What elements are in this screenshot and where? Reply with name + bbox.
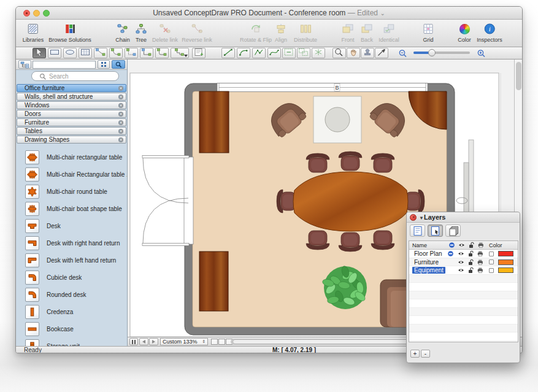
pan-tool-button[interactable] — [347, 48, 360, 58]
inspectors-button[interactable]: iInspectors — [477, 21, 502, 43]
layers-palette-titlebar[interactable]: ▼Layers — [407, 212, 520, 223]
curve-connector-tool-button[interactable] — [109, 48, 123, 58]
layer-row-furniture[interactable]: Furniture — [409, 258, 518, 267]
dropdown-caret-icon[interactable] — [184, 55, 188, 57]
layer-color-checkbox[interactable] — [489, 250, 494, 258]
section-close-icon[interactable] — [118, 103, 123, 108]
text-block-tool-button[interactable] — [192, 48, 206, 58]
bezier-tool-button[interactable] — [267, 48, 281, 58]
library-section-furniture[interactable]: Furniture — [17, 118, 126, 126]
credenza-icon[interactable] — [25, 305, 39, 319]
line-tool-button[interactable] — [221, 48, 235, 58]
shape-item-credenza[interactable]: Credenza — [16, 304, 128, 321]
table-shape-tool-button[interactable] — [79, 48, 92, 58]
zoom-in-button[interactable] — [475, 48, 488, 58]
library-section-drawing-shapes[interactable]: Drawing Shapes — [17, 136, 126, 144]
layer-eye-icon[interactable] — [458, 258, 464, 266]
layer-color-checkbox[interactable] — [489, 266, 494, 274]
layer-name[interactable]: Equipment — [412, 267, 445, 274]
browse-solutions-button[interactable]: Browse Solutions — [48, 21, 91, 43]
shape-item-multi-chair-boat-shape-table[interactable]: Multi-chair boat shape table — [16, 201, 128, 218]
rectangle-tool-button[interactable] — [48, 48, 61, 58]
layer-pages-tab[interactable] — [445, 225, 461, 237]
tree-button[interactable]: Tree — [133, 21, 149, 43]
color-column-header[interactable]: Color — [489, 241, 502, 249]
layer-color-swatch[interactable] — [498, 266, 513, 274]
wall-credenza-bottom[interactable] — [199, 252, 228, 311]
title-caret-icon[interactable]: ⌄ — [380, 10, 385, 17]
section-close-icon[interactable] — [118, 86, 123, 91]
window-band[interactable]: B — [217, 83, 428, 92]
shape-item-multi-chair-rectangular-table-2[interactable]: Multi-chair Rectangular table ... — [16, 166, 128, 183]
right-angle-connector-tool-button[interactable] — [140, 48, 153, 58]
title-bar[interactable]: Unsaved ConceptDraw PRO Document - Confe… — [16, 7, 522, 20]
ellipse-tool-button[interactable] — [63, 48, 77, 58]
pages-split-button[interactable] — [129, 338, 138, 345]
shape-item-bookcase[interactable]: Bookcase — [16, 321, 128, 338]
layers-palette[interactable]: ▼Layers NameColorFloor PlanFurnitureEqui… — [406, 212, 520, 363]
layer-row-equipment[interactable]: Equipment — [409, 266, 518, 275]
shape-search-input[interactable] — [48, 72, 109, 80]
library-filter-input[interactable] — [33, 61, 96, 69]
stamp-tool-button[interactable] — [361, 48, 374, 58]
previous-page-button[interactable] — [139, 338, 148, 345]
shape-item-desk-left-hand-return[interactable]: Desk with left hand return — [16, 252, 128, 269]
cubicle-desk-icon[interactable] — [25, 271, 39, 285]
group-points-tool-button[interactable] — [297, 48, 310, 58]
layer-color-swatch[interactable] — [498, 250, 513, 258]
desk-right-hand-return-icon[interactable] — [25, 236, 39, 250]
layer-eye-icon[interactable] — [458, 266, 464, 274]
rounded-desk-icon[interactable] — [25, 288, 39, 302]
rounded-connector-tool-button[interactable] — [155, 48, 169, 58]
storage-unit-icon[interactable] — [25, 339, 39, 346]
shape-item-rounded-desk[interactable]: Rounded desk — [16, 286, 128, 304]
multi-chair-boat-shape-table-icon[interactable] — [25, 202, 39, 216]
page-tab-2[interactable] — [218, 339, 225, 345]
connect-points-tool-button[interactable] — [282, 48, 296, 58]
layer-color-swatch[interactable] — [498, 258, 513, 266]
layer-name[interactable]: Furniture — [412, 259, 440, 266]
multi-chair-rectangular-table-icon[interactable] — [25, 150, 39, 164]
layer-lock-icon[interactable] — [467, 266, 474, 274]
grid-button[interactable]: Grid — [420, 21, 436, 43]
library-grid-view-button[interactable] — [98, 60, 110, 69]
shape-item-multi-chair-rectangular-table[interactable]: Multi-chair rectangular table — [16, 149, 128, 166]
split-tool-button[interactable] — [312, 48, 325, 58]
layer-lock-icon[interactable] — [467, 258, 474, 266]
no-list-icon[interactable] — [447, 250, 454, 258]
layer-printer-icon[interactable] — [477, 266, 483, 274]
chain-button[interactable]: Chain — [115, 21, 131, 43]
layer-row-floor-plan[interactable]: Floor Plan — [409, 250, 518, 258]
section-close-icon[interactable] — [118, 94, 123, 99]
layer-lock-icon[interactable] — [467, 250, 474, 258]
library-section-doors[interactable]: Doors — [17, 110, 126, 118]
select-tool-button[interactable] — [33, 48, 46, 58]
next-page-button[interactable] — [149, 338, 158, 345]
section-close-icon[interactable] — [118, 129, 123, 134]
wall-credenza-top[interactable] — [199, 91, 229, 153]
multi-chair-rectangular-table-2-icon[interactable] — [25, 167, 39, 182]
page-tab-1[interactable] — [211, 339, 218, 345]
connector-tool-button[interactable] — [94, 48, 107, 58]
vertical-scroll-thumb[interactable] — [516, 62, 521, 90]
shape-search-box[interactable] — [31, 71, 119, 81]
libraries-button[interactable]: Libraries — [23, 21, 44, 43]
layer-select-tab[interactable] — [428, 225, 443, 237]
library-section-walls-shell-and-structure[interactable]: Walls, shell and structure — [17, 93, 126, 101]
zoom-tool-button[interactable] — [332, 48, 346, 58]
layer-eye-icon[interactable] — [458, 250, 464, 258]
layer-printer-icon[interactable] — [477, 258, 483, 266]
layer-name[interactable]: Floor Plan — [412, 250, 444, 257]
zoom-slider[interactable] — [413, 52, 470, 54]
eyedropper-tool-button[interactable] — [375, 48, 388, 58]
zoom-out-button[interactable] — [396, 48, 410, 58]
zoom-level-dropdown[interactable]: Custom 133% ⇕ — [160, 338, 208, 345]
layers-list-tab[interactable] — [410, 225, 425, 237]
section-close-icon[interactable] — [118, 137, 123, 142]
bookcase-icon[interactable] — [25, 322, 39, 336]
desk-left-hand-return-icon[interactable] — [25, 253, 39, 267]
shape-item-storage-unit[interactable]: Storage unit — [16, 338, 128, 346]
shape-item-desk[interactable]: Desk — [16, 218, 128, 235]
desk-icon[interactable] — [25, 219, 39, 233]
shape-item-cubicle-desk[interactable]: Cubicle desk — [16, 269, 128, 286]
